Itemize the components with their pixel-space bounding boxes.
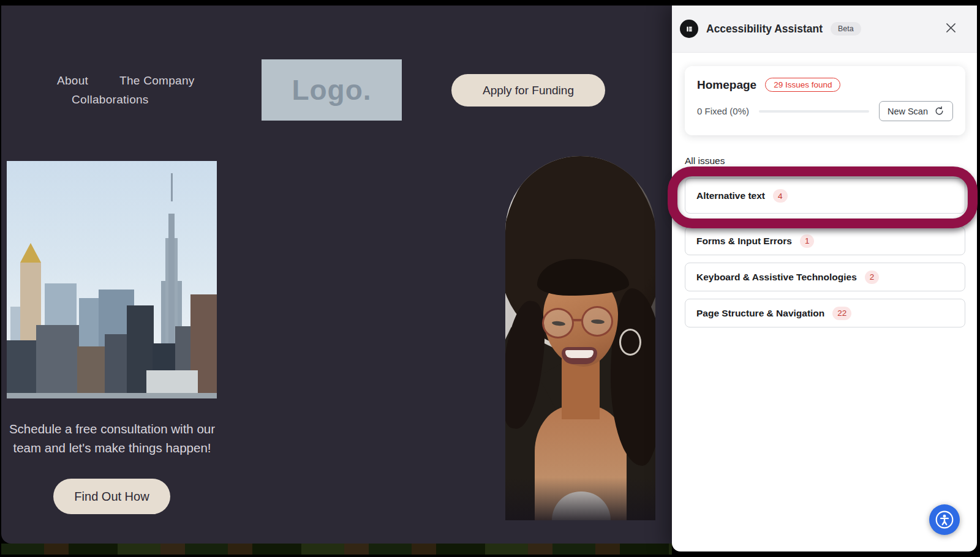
issue-count-badge: 4	[773, 189, 788, 203]
issue-category-label: Page Structure & Navigation	[696, 308, 824, 319]
new-scan-button[interactable]: New Scan	[879, 101, 953, 121]
website-page: About The Company Collaborations Logo. A…	[1, 6, 672, 544]
city-skyline-image	[7, 161, 217, 398]
close-icon	[945, 22, 957, 36]
scanned-page-name: Homepage	[697, 78, 756, 92]
apply-for-funding-button[interactable]: Apply for Funding	[451, 74, 605, 107]
glasses-lens	[542, 308, 574, 338]
accessibility-person-icon	[934, 509, 955, 530]
nav-link-about[interactable]: About	[57, 74, 88, 88]
issue-category-card[interactable]: Forms & Input Errors 1	[685, 226, 965, 255]
panel-header: Accessibility Assistant Beta	[672, 6, 977, 53]
elementor-logo-icon	[680, 20, 698, 38]
team-member-photo	[505, 156, 655, 520]
gold-pyramid-roof	[20, 243, 41, 263]
neck	[562, 358, 600, 419]
next-section-photo-strip	[1, 544, 672, 555]
site-logo-text: Logo.	[292, 73, 371, 107]
nav-link-the-company[interactable]: The Company	[119, 74, 195, 88]
progress-bar	[759, 110, 869, 113]
beta-badge: Beta	[831, 22, 861, 36]
consultation-tagline: Schedule a free consultation with our te…	[1, 419, 223, 457]
photo-bottom-fade	[505, 477, 655, 520]
issue-category-list: Alternative text 4 Forms & Input Errors …	[685, 178, 965, 327]
accessibility-assistant-panel: Accessibility Assistant Beta Homepage 29…	[672, 6, 977, 551]
tagline-line-2: team and let's make things happen!	[1, 438, 223, 457]
scan-summary-card: Homepage 29 Issues found 0 Fixed (0%) Ne…	[685, 66, 965, 135]
site-logo: Logo.	[262, 59, 402, 121]
new-scan-label: New Scan	[888, 107, 928, 116]
issue-count-badge: 1	[800, 234, 815, 248]
building	[77, 346, 107, 398]
fixed-progress-label: 0 Fixed (0%)	[697, 106, 749, 116]
all-issues-label: All issues	[685, 155, 977, 166]
accessibility-widget-button[interactable]	[929, 504, 960, 535]
refresh-icon	[934, 106, 944, 116]
smile-teeth	[565, 350, 594, 358]
issue-category-card[interactable]: Page Structure & Navigation 22	[685, 299, 965, 327]
empire-state-spire	[171, 173, 173, 201]
building	[7, 340, 40, 398]
panel-title: Accessibility Assistant	[706, 23, 823, 36]
close-panel-button[interactable]	[943, 21, 959, 37]
nav-link-collaborations[interactable]: Collaborations	[72, 93, 149, 107]
tagline-line-1: Schedule a free consultation with our	[1, 419, 223, 438]
issue-count-badge: 22	[832, 307, 851, 320]
find-out-how-button[interactable]: Find Out How	[53, 479, 170, 514]
issue-category-card[interactable]: Alternative text 4	[685, 178, 965, 214]
waterline	[7, 393, 217, 398]
hoop-earring	[619, 329, 641, 356]
issue-count-badge: 2	[865, 271, 880, 284]
glasses-lens	[581, 306, 613, 337]
issue-category-card[interactable]: Keyboard & Assistive Technologies 2	[685, 263, 965, 291]
issue-category-label: Alternative text	[696, 190, 765, 201]
issue-category-label: Forms & Input Errors	[696, 236, 792, 247]
glasses-bridge	[573, 319, 582, 321]
issues-found-badge: 29 Issues found	[765, 78, 840, 92]
issue-category-label: Keyboard & Assistive Technologies	[696, 272, 857, 283]
building	[36, 325, 79, 398]
